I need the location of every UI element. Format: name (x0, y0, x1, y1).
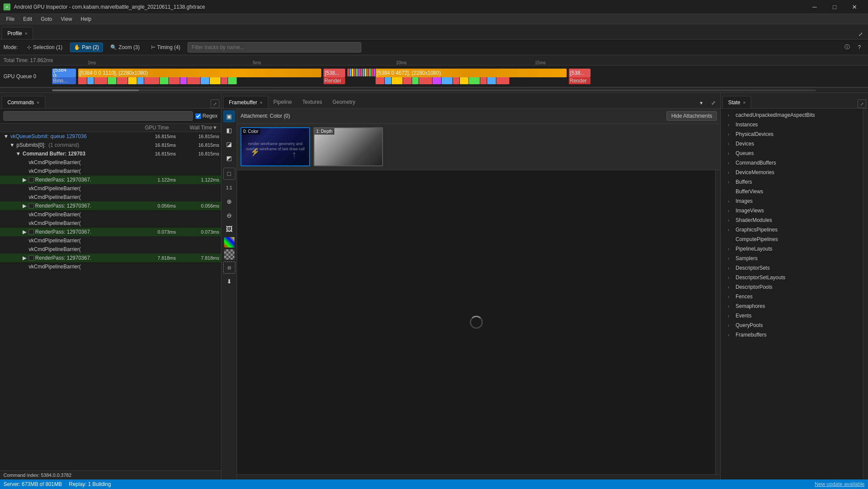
framebuffer-tab-close[interactable]: × (260, 100, 262, 105)
tree-row[interactable]: ▶ RenderPass: 12970367. 1.122ms 1.122ms (0, 175, 221, 184)
tree-row[interactable]: ▶ RenderPass: 12970367. 7.818ms 7.818ms (0, 254, 221, 262)
menu-goto[interactable]: Goto (36, 14, 56, 24)
tree-row[interactable]: ▶ RenderPass: 12970367. 0.073ms 0.073ms (0, 228, 221, 236)
tree-row[interactable]: vkCmdPipelineBarrier( (0, 193, 221, 202)
state-item[interactable]: › DeviceMemories (721, 168, 863, 177)
state-item[interactable]: › Instances (721, 120, 863, 129)
tree-expand-icon[interactable]: ▶ (21, 229, 27, 235)
fb-tool-checker[interactable] (224, 249, 234, 260)
tree-row[interactable]: vkCmdPipelineBarrier( (0, 262, 221, 271)
tree-row[interactable]: vkCmdPipelineBarrier( (0, 167, 221, 175)
track-block-render-1-sub[interactable]: Render (323, 77, 345, 84)
profile-tab-close[interactable]: × (25, 31, 27, 36)
commands-tab[interactable]: Commands × (2, 96, 45, 108)
fb-main-view[interactable] (237, 170, 715, 474)
selection-mode-button[interactable]: ⊹ Selection (1) (23, 43, 66, 52)
state-tab[interactable]: State × (723, 96, 751, 108)
fb-tool-zoom-in[interactable]: ⊕ (223, 195, 235, 208)
fb-tool-channel[interactable]: ◩ (223, 152, 235, 164)
tree-expand-icon[interactable]: ▶ (21, 203, 27, 209)
commands-search-input[interactable] (3, 111, 193, 121)
commands-tab-close[interactable]: × (36, 100, 39, 105)
timeline-scrollbar[interactable] (0, 87, 868, 93)
fb-tool-color[interactable] (224, 237, 234, 248)
state-item[interactable]: › Framebuffers (721, 330, 863, 340)
framebuffer-tab[interactable]: Framebuffer × (223, 96, 268, 108)
tree-row[interactable]: ▼ Command Buffer: 129703 16.815ms 16.815… (0, 149, 221, 158)
timing-mode-button[interactable]: ⊢ Timing (4) (147, 43, 185, 52)
tree-row[interactable]: vkCmdPipelineBarrier( (0, 236, 221, 245)
tree-row[interactable]: vkCmdPipelineBarrier( (0, 245, 221, 254)
tree-row[interactable]: vkCmdPipelineBarrier( (0, 219, 221, 228)
state-item[interactable]: › Events (721, 311, 863, 320)
pan-mode-button[interactable]: ✋ Pan (2) (70, 43, 103, 52)
state-item[interactable]: › Devices (721, 139, 863, 149)
state-item[interactable]: › QueryPools (721, 320, 863, 330)
tree-expand-icon[interactable]: ▶ (21, 255, 27, 261)
fb-tool-1to1[interactable]: 1:1 (223, 182, 235, 194)
state-item[interactable]: › CommandBuffers (721, 158, 863, 168)
minimize-button[interactable]: ─ (805, 0, 825, 14)
tree-expand-icon[interactable]: ▼ (15, 151, 21, 157)
hide-attachments-button[interactable]: Hide Attachments (667, 111, 717, 121)
state-item[interactable]: ComputePipelines (721, 235, 863, 244)
state-item[interactable]: › ImageViews (721, 206, 863, 215)
fb-thumbnail-depth[interactable]: † 1: Depth (314, 127, 383, 166)
fb-thumbnail-color[interactable]: ⚡ † 0: Color render wireframe geometry a… (241, 127, 310, 166)
state-item[interactable]: › Samplers (721, 254, 863, 263)
track-block-main-1[interactable]: [5384 0 0 1110], (2280x1080) (78, 69, 321, 77)
fb-scrollbar-vertical[interactable] (715, 170, 720, 474)
fb-tool-pan[interactable]: ◧ (223, 124, 235, 136)
tree-expand-icon[interactable]: ▶ (21, 177, 27, 183)
commands-expand-button[interactable]: ⤢ (211, 99, 219, 108)
update-link[interactable]: New update available (815, 481, 865, 487)
state-item[interactable]: › PhysicalDevices (721, 129, 863, 139)
fb-tool-zoom-out[interactable]: ⊖ (223, 209, 235, 221)
help-icon-button[interactable]: ⓘ (842, 42, 852, 53)
tree-row[interactable]: ▶ RenderPass: 12970367. 0.056ms 0.056ms (0, 202, 221, 210)
state-item[interactable]: › Semaphores (721, 301, 863, 311)
regex-checkbox[interactable]: Regex (195, 113, 218, 119)
state-scrollbar[interactable] (863, 109, 868, 479)
tree-expand-icon[interactable]: ▼ (9, 142, 15, 148)
state-item[interactable]: › Fences (721, 292, 863, 301)
maximize-button[interactable]: □ (825, 0, 845, 14)
state-item[interactable]: › GraphicsPipelines (721, 225, 863, 235)
state-tree[interactable]: › cachedUnpackedImageAspectBits › Instan… (721, 109, 863, 479)
settings-icon-button[interactable]: ? (854, 42, 865, 53)
pipeline-tab[interactable]: Pipeline (268, 96, 297, 108)
fb-tool-select[interactable]: ▣ (223, 110, 235, 122)
state-item[interactable]: › Images (721, 196, 863, 206)
center-panel-dropdown[interactable]: ▾ (696, 98, 706, 108)
track-block-render-1[interactable]: [538... (323, 69, 345, 77)
state-item[interactable]: › DescriptorSetLayouts (721, 273, 863, 282)
filter-tracks-input[interactable] (188, 42, 361, 53)
state-item[interactable]: › PipelineLayouts (721, 244, 863, 254)
state-item[interactable]: › Queues (721, 149, 863, 158)
tree-row[interactable]: vkCmdPipelineBarrier( (0, 184, 221, 193)
fb-tool-download[interactable]: ⬇ (223, 275, 235, 287)
tree-row[interactable]: vkCmdPipelineBarrier( (0, 210, 221, 219)
fb-tool-region[interactable]: ⊟ (223, 261, 235, 274)
state-item[interactable]: › ShaderModules (721, 215, 863, 225)
profile-expand-button[interactable]: ⤢ (855, 30, 866, 39)
tree-row[interactable]: ▼ vkQueueSubmit: queue 1297036 16.815ms … (0, 132, 221, 141)
tree-expand-icon[interactable]: ▼ (3, 133, 9, 139)
profile-tab[interactable]: Profile × (2, 27, 33, 39)
track-block-main-2[interactable]: [5384 0 4672], (2280x1080) (376, 69, 567, 77)
tree-row[interactable]: vkCmdPipelineBarrier( (0, 158, 221, 167)
state-item[interactable]: › Buffers (721, 177, 863, 187)
geometry-tab[interactable]: Geometry (327, 96, 361, 108)
gpu-queue-track[interactable]: [5384 0... Binn... [5384 0 0 1110], (228… (52, 68, 868, 85)
menu-edit[interactable]: Edit (19, 14, 36, 24)
track-block-binner-1-sub[interactable]: Binn... (52, 77, 76, 84)
fb-tool-flip-v[interactable]: ◪ (223, 138, 235, 150)
track-block-binner-1[interactable]: [5384 0... (52, 69, 76, 77)
menu-help[interactable]: Help (76, 14, 96, 24)
close-button[interactable]: ✕ (845, 0, 865, 14)
command-tree[interactable]: ▼ vkQueueSubmit: queue 1297036 16.815ms … (0, 132, 221, 470)
zoom-mode-button[interactable]: 🔍 Zoom (3) (106, 43, 144, 52)
state-item[interactable]: › DescriptorPools (721, 282, 863, 292)
fb-tool-image[interactable]: 🖼 (223, 223, 235, 235)
menu-file[interactable]: File (2, 14, 19, 24)
